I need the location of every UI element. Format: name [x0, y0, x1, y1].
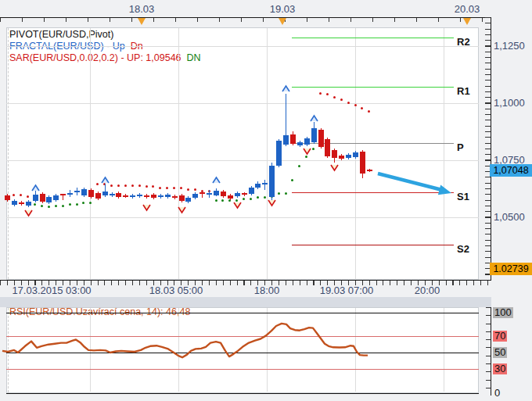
annotation-overlay	[0, 0, 532, 401]
trend-arrow[interactable]	[378, 174, 451, 195]
trading-chart-window: PIVOT(EUR/USD,Pivot) FRACTAL(EUR/USD) - …	[0, 0, 532, 401]
